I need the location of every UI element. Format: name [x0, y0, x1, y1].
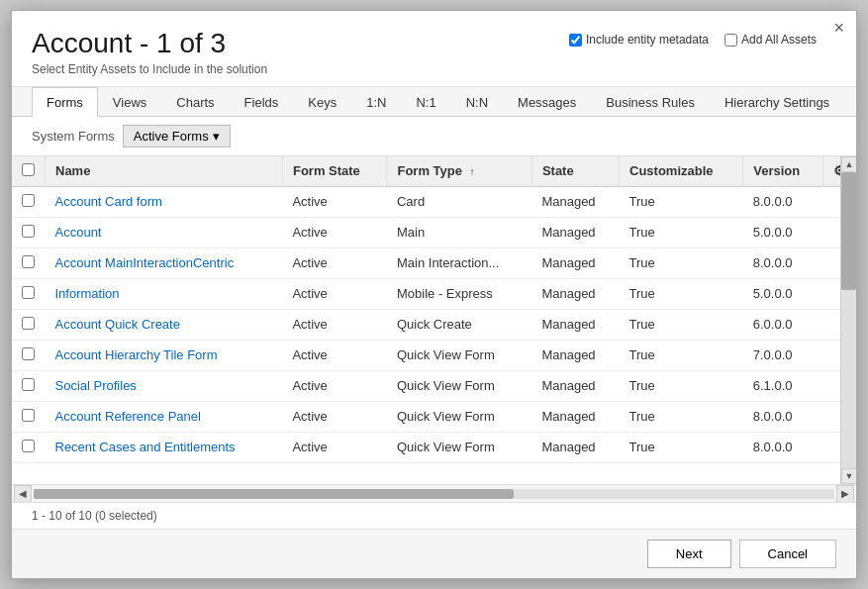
include-metadata-checkbox[interactable] [569, 34, 582, 47]
tab-charts[interactable]: Charts [161, 87, 229, 117]
row-version-cell: 6.0.0.0 [743, 309, 823, 340]
row-name-cell: Account Hierarchy Tile Form [46, 340, 283, 370]
tab-forms[interactable]: Forms [32, 87, 98, 117]
row-checkbox-cell[interactable] [12, 370, 46, 401]
form-name-link[interactable]: Account MainInteractionCentric [55, 255, 235, 270]
row-checkbox-cell[interactable] [12, 278, 46, 309]
form-name-link[interactable]: Recent Cases and Entitlements [55, 440, 236, 454]
row-customizable-cell: True [620, 186, 743, 217]
table-scroll[interactable]: Name Form State Form Type ↑ State Custom… [12, 156, 856, 484]
add-all-assets-label[interactable]: Add All Assets [724, 33, 817, 47]
row-form-type-cell: Main Interaction... [387, 247, 531, 278]
dialog-header: Account - 1 of 3 Select Entity Assets to… [12, 11, 856, 87]
system-forms-label: System Forms [32, 129, 115, 144]
row-checkbox[interactable] [22, 194, 35, 207]
row-version-cell: 8.0.0.0 [743, 432, 823, 462]
tab-fields[interactable]: Fields [230, 87, 294, 117]
row-form-state-cell: Active [282, 432, 387, 462]
form-name-link[interactable]: Account Quick Create [55, 317, 180, 332]
row-checkbox[interactable] [22, 317, 35, 330]
row-checkbox-cell[interactable] [12, 401, 46, 432]
row-form-type-cell: Quick View Form [387, 432, 531, 462]
scroll-right-button[interactable]: ▶ [836, 485, 854, 503]
row-form-state-cell: Active [282, 217, 387, 247]
row-name-cell: Account Quick Create [46, 309, 283, 340]
add-all-assets-checkbox[interactable] [724, 34, 737, 47]
row-checkbox-cell[interactable] [12, 217, 46, 247]
subbar: System Forms Active Forms ▾ [12, 117, 856, 156]
form-name-link[interactable]: Information [55, 286, 120, 301]
row-version-cell: 5.0.0.0 [743, 278, 823, 309]
cancel-button[interactable]: Cancel [739, 540, 836, 568]
next-button[interactable]: Next [647, 540, 731, 568]
col-form-state: Form State [282, 156, 387, 187]
col-form-type[interactable]: Form Type ↑ [387, 156, 531, 187]
row-form-state-cell: Active [282, 309, 387, 340]
form-name-link[interactable]: Account Hierarchy Tile Form [55, 347, 218, 362]
row-name-cell: Account [46, 217, 283, 247]
active-forms-button[interactable]: Active Forms ▾ [123, 125, 231, 147]
row-checkbox-cell[interactable] [12, 309, 46, 340]
row-form-type-cell: Quick Create [387, 309, 531, 340]
row-name-cell: Account Reference Panel [46, 401, 283, 432]
row-checkbox[interactable] [22, 440, 35, 452]
form-name-link[interactable]: Social Profiles [55, 378, 137, 393]
scroll-thumb-v [841, 172, 856, 291]
status-text: 1 - 10 of 10 (0 selected) [32, 509, 157, 523]
scroll-left-button[interactable]: ◀ [14, 485, 32, 503]
row-checkbox[interactable] [22, 347, 35, 360]
tab-1n[interactable]: 1:N [351, 87, 401, 117]
row-customizable-cell: True [620, 401, 743, 432]
row-checkbox[interactable] [22, 286, 35, 299]
select-all-header[interactable] [12, 156, 46, 187]
row-checkbox[interactable] [22, 255, 35, 268]
row-checkbox[interactable] [22, 409, 35, 422]
include-metadata-label[interactable]: Include entity metadata [569, 33, 709, 47]
tab-business-rules[interactable]: Business Rules [591, 87, 710, 117]
scroll-up-button[interactable]: ▲ [841, 156, 856, 172]
row-state-cell: Managed [531, 401, 619, 432]
form-name-link[interactable]: Account Reference Panel [55, 409, 201, 424]
tab-messages[interactable]: Messages [503, 87, 591, 117]
scroll-down-button[interactable]: ▼ [841, 468, 856, 484]
tab-keys[interactable]: Keys [293, 87, 351, 117]
forms-table: Name Form State Form Type ↑ State Custom… [12, 156, 856, 463]
col-name: Name [46, 156, 283, 187]
table-row: Account MainInteractionCentric Active Ma… [12, 247, 856, 278]
row-state-cell: Managed [531, 370, 619, 401]
vertical-scrollbar[interactable]: ▲ ▼ [840, 156, 856, 484]
row-name-cell: Recent Cases and Entitlements [46, 432, 283, 462]
active-forms-label: Active Forms [134, 129, 209, 144]
row-state-cell: Managed [531, 340, 619, 370]
row-customizable-cell: True [620, 278, 743, 309]
row-checkbox[interactable] [22, 225, 35, 238]
row-version-cell: 6.1.0.0 [743, 370, 823, 401]
scroll-track-v [841, 172, 856, 468]
table-row: Information Active Mobile - Express Mana… [12, 278, 856, 309]
table-container: Name Form State Form Type ↑ State Custom… [12, 156, 856, 502]
tab-n1[interactable]: N:1 [401, 87, 450, 117]
row-checkbox-cell[interactable] [12, 186, 46, 217]
col-version: Version [743, 156, 823, 187]
tab-hierarchy-settings[interactable]: Hierarchy Settings [710, 87, 844, 117]
main-dialog: × Include entity metadata Add All Assets… [11, 10, 857, 579]
row-checkbox-cell[interactable] [12, 340, 46, 370]
tab-views[interactable]: Views [98, 87, 161, 117]
form-name-link[interactable]: Account [55, 225, 102, 240]
row-name-cell: Social Profiles [46, 370, 283, 401]
table-row: Account Hierarchy Tile Form Active Quick… [12, 340, 856, 370]
row-version-cell: 5.0.0.0 [743, 217, 823, 247]
row-customizable-cell: True [620, 432, 743, 462]
row-checkbox[interactable] [22, 378, 35, 391]
select-all-checkbox[interactable] [22, 163, 35, 176]
row-customizable-cell: True [620, 217, 743, 247]
status-bar: 1 - 10 of 10 (0 selected) [12, 502, 856, 529]
close-button[interactable]: × [833, 19, 844, 37]
form-name-link[interactable]: Account Card form [55, 194, 162, 209]
horizontal-scrollbar[interactable]: ◀ ▶ [12, 484, 856, 502]
row-name-cell: Account MainInteractionCentric [46, 247, 283, 278]
tab-nn[interactable]: N:N [451, 87, 503, 117]
row-checkbox-cell[interactable] [12, 432, 46, 462]
row-checkbox-cell[interactable] [12, 247, 46, 278]
row-state-cell: Managed [531, 247, 619, 278]
